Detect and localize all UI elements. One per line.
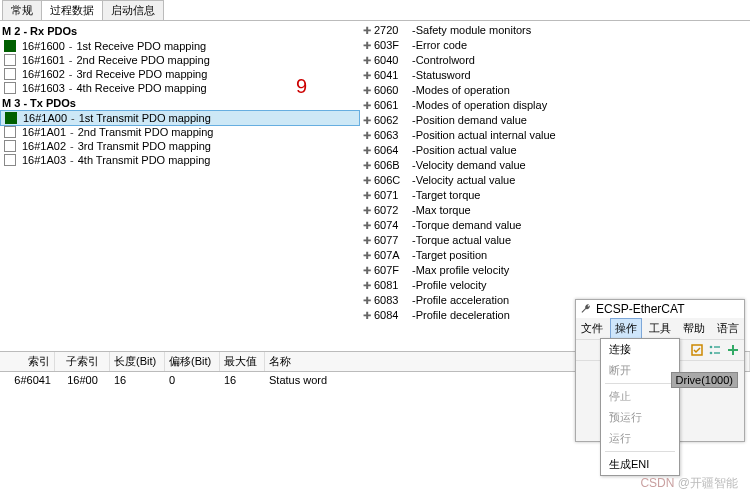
object-row[interactable]: ✚606C - Velocity actual value xyxy=(360,173,750,188)
ecsp-window: ECSP-EtherCAT 文件 操作 工具 帮助 语言 连接 断开 停止 预运… xyxy=(575,299,745,442)
object-row[interactable]: ✚606B - Velocity demand value xyxy=(360,158,750,173)
expand-icon[interactable]: ✚ xyxy=(360,308,374,323)
object-row[interactable]: ✚6040 - Controlword xyxy=(360,53,750,68)
expand-icon[interactable]: ✚ xyxy=(360,128,374,143)
pdo-code: 16#1A03 xyxy=(22,154,66,166)
pdo-checkbox[interactable] xyxy=(4,154,16,166)
svg-point-2 xyxy=(710,352,713,355)
object-row[interactable]: ✚6063 - Position actual internal value xyxy=(360,128,750,143)
object-name: Profile velocity xyxy=(416,278,487,293)
tx-pdo-row[interactable]: 16#1A03 - 4th Transmit PDO mapping xyxy=(0,153,360,167)
expand-icon[interactable]: ✚ xyxy=(360,38,374,53)
object-row[interactable]: ✚6064 - Position actual value xyxy=(360,143,750,158)
rx-pdo-row[interactable]: 16#1600 - 1st Receive PDO mapping xyxy=(0,39,360,53)
tab-bar: 常规 过程数据 启动信息 xyxy=(0,0,750,21)
expand-icon[interactable]: ✚ xyxy=(360,143,374,158)
object-name: Torque demand value xyxy=(416,218,522,233)
col-subindex[interactable]: 子索引 xyxy=(55,352,110,371)
expand-icon[interactable]: ✚ xyxy=(360,233,374,248)
object-row[interactable]: ✚603F - Error code xyxy=(360,38,750,53)
drive-node[interactable]: Drive(1000) xyxy=(671,372,738,388)
menu-language[interactable]: 语言 xyxy=(712,318,744,339)
menu-operation[interactable]: 操作 xyxy=(610,318,642,339)
expand-icon[interactable]: ✚ xyxy=(360,293,374,308)
object-index: 6064 xyxy=(374,143,412,158)
object-name: Max torque xyxy=(416,203,471,218)
toolbar-icon-2[interactable] xyxy=(708,343,722,357)
object-index: 6071 xyxy=(374,188,412,203)
expand-icon[interactable]: ✚ xyxy=(360,248,374,263)
window-title: ECSP-EtherCAT xyxy=(596,302,684,316)
pdo-label: 1st Receive PDO mapping xyxy=(77,40,207,52)
object-row[interactable]: ✚6081 - Profile velocity xyxy=(360,278,750,293)
expand-icon[interactable]: ✚ xyxy=(360,263,374,278)
object-name: Safety module monitors xyxy=(416,23,532,38)
expand-icon[interactable]: ✚ xyxy=(360,98,374,113)
col-index[interactable]: 索引 xyxy=(0,352,55,371)
object-index: 6041 xyxy=(374,68,412,83)
cell-offset: 0 xyxy=(165,372,220,388)
object-row[interactable]: ✚6041 - Statusword xyxy=(360,68,750,83)
object-row[interactable]: ✚6077 - Torque actual value xyxy=(360,233,750,248)
menu-disconnect: 断开 xyxy=(601,360,679,381)
rx-pdo-row[interactable]: 16#1603 - 4th Receive PDO mapping xyxy=(0,81,360,95)
rx-pdo-row[interactable]: 16#1601 - 2nd Receive PDO mapping xyxy=(0,53,360,67)
pdo-checkbox[interactable] xyxy=(4,54,16,66)
tab-startup[interactable]: 启动信息 xyxy=(103,0,164,20)
menu-help[interactable]: 帮助 xyxy=(678,318,710,339)
pdo-checkbox[interactable] xyxy=(4,82,16,94)
expand-icon[interactable]: ✚ xyxy=(360,158,374,173)
expand-icon[interactable]: ✚ xyxy=(360,278,374,293)
pdo-checkbox[interactable] xyxy=(4,40,16,52)
pdo-checkbox[interactable] xyxy=(5,112,17,124)
cell-max: 16 xyxy=(220,372,265,388)
expand-icon[interactable]: ✚ xyxy=(360,68,374,83)
col-max[interactable]: 最大值 xyxy=(220,352,265,371)
object-row[interactable]: ✚607F - Max profile velocity xyxy=(360,263,750,278)
object-name: Profile deceleration xyxy=(416,308,510,323)
tab-process-data[interactable]: 过程数据 xyxy=(42,0,103,20)
menu-generate-eni[interactable]: 生成ENI xyxy=(601,454,679,475)
expand-icon[interactable]: ✚ xyxy=(360,113,374,128)
pdo-code: 16#1601 xyxy=(22,54,65,66)
expand-icon[interactable]: ✚ xyxy=(360,83,374,98)
object-index: 2720 xyxy=(374,23,412,38)
expand-icon[interactable]: ✚ xyxy=(360,218,374,233)
expand-icon[interactable]: ✚ xyxy=(360,53,374,68)
rx-header: M 2 - Rx PDOs xyxy=(0,23,360,39)
object-row[interactable]: ✚6060 - Modes of operation xyxy=(360,83,750,98)
menu-connect[interactable]: 连接 xyxy=(601,339,679,360)
col-length[interactable]: 长度(Bit) xyxy=(110,352,165,371)
object-row[interactable]: ✚6071 - Target torque xyxy=(360,188,750,203)
expand-icon[interactable]: ✚ xyxy=(360,203,374,218)
col-offset[interactable]: 偏移(Bit) xyxy=(165,352,220,371)
expand-icon[interactable]: ✚ xyxy=(360,23,374,38)
object-row[interactable]: ✚6061 - Modes of operation display xyxy=(360,98,750,113)
pdo-checkbox[interactable] xyxy=(4,126,16,138)
object-index: 6063 xyxy=(374,128,412,143)
rx-pdo-row[interactable]: 16#1602 - 3rd Receive PDO mapping xyxy=(0,67,360,81)
object-index: 606C xyxy=(374,173,412,188)
tx-pdo-row[interactable]: 16#1A01 - 2nd Transmit PDO mapping xyxy=(0,125,360,139)
expand-icon[interactable]: ✚ xyxy=(360,173,374,188)
pdo-checkbox[interactable] xyxy=(4,68,16,80)
expand-icon[interactable]: ✚ xyxy=(360,188,374,203)
pdo-list: M 2 - Rx PDOs 16#1600 - 1st Receive PDO … xyxy=(0,21,360,351)
tx-pdo-row[interactable]: 16#1A02 - 3rd Transmit PDO mapping xyxy=(0,139,360,153)
object-row[interactable]: ✚2720 - Safety module monitors xyxy=(360,23,750,38)
object-row[interactable]: ✚6062 - Position demand value xyxy=(360,113,750,128)
object-row[interactable]: ✚607A - Target position xyxy=(360,248,750,263)
pdo-checkbox[interactable] xyxy=(4,140,16,152)
object-name: Position actual internal value xyxy=(416,128,556,143)
tab-general[interactable]: 常规 xyxy=(2,0,42,20)
menu-tool[interactable]: 工具 xyxy=(644,318,676,339)
toolbar-icon-1[interactable] xyxy=(690,343,704,357)
object-name: Modes of operation display xyxy=(416,98,547,113)
menu-file[interactable]: 文件 xyxy=(576,318,608,339)
toolbar-icon-3[interactable] xyxy=(726,343,740,357)
object-row[interactable]: ✚6074 - Torque demand value xyxy=(360,218,750,233)
tx-pdo-row[interactable]: 16#1A00 - 1st Transmit PDO mapping xyxy=(0,110,360,126)
object-row[interactable]: ✚6072 - Max torque xyxy=(360,203,750,218)
operation-menu: 连接 断开 停止 预运行 运行 生成ENI xyxy=(600,338,680,476)
window-title-bar[interactable]: ECSP-EtherCAT xyxy=(576,300,744,318)
